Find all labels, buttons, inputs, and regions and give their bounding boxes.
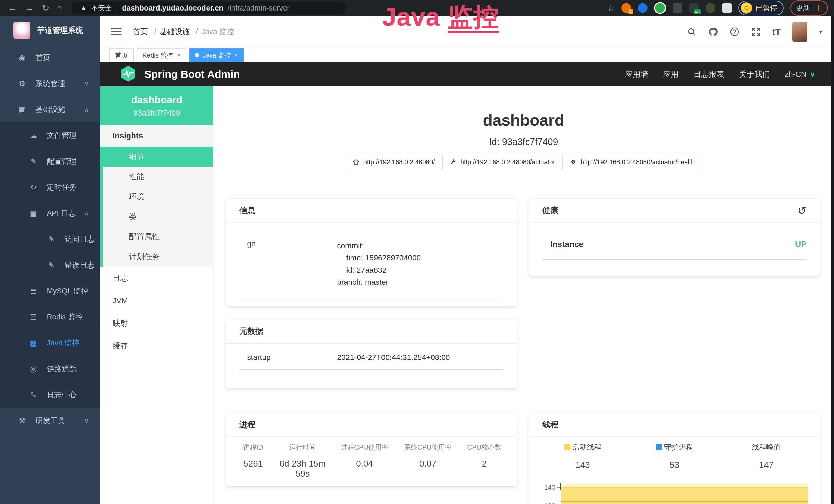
- profile-emoji-icon: ☺: [741, 2, 752, 14]
- tab-home[interactable]: 首页: [109, 48, 134, 62]
- browser-back-icon[interactable]: ←: [8, 0, 17, 16]
- sidebar-item-dev-tools[interactable]: ⚒ 研发工具 ∨: [0, 408, 100, 434]
- help-icon[interactable]: [730, 27, 740, 37]
- close-icon[interactable]: ×: [177, 52, 180, 59]
- sidebar-item-error-log[interactable]: ✎ 错误日志: [0, 252, 100, 278]
- instance-id: 93a3fc7f7409: [133, 109, 180, 117]
- insights-menu: 细节 性能 环境 类 配置属性 计划任务: [100, 146, 213, 267]
- extension-icon-pin[interactable]: [638, 3, 648, 13]
- instance-header[interactable]: dashboard 93a3fc7f7409: [100, 86, 213, 125]
- extension-icon-leaf[interactable]: [706, 3, 715, 13]
- browser-update-button[interactable]: 更新 ⋮: [790, 0, 828, 16]
- sidebar-item-mysql-monitor[interactable]: ≣ MySQL 监控: [0, 278, 100, 304]
- threads-card-title: 线程: [529, 413, 820, 437]
- avatar-caret-icon[interactable]: ▾: [819, 28, 822, 36]
- sba-menu-jvm[interactable]: JVM: [100, 289, 213, 312]
- sba-logo-icon: [120, 65, 137, 83]
- sba-menu-config-props[interactable]: 配置属性: [103, 227, 213, 247]
- sba-menu-environment[interactable]: 环境: [103, 187, 213, 207]
- health-card: 健康 ↺ Instance UP: [529, 199, 820, 276]
- browser-menu-kebab-icon[interactable]: ⋮: [815, 4, 822, 13]
- extension-icon-puzzle[interactable]: [722, 3, 732, 13]
- area-top-band: [561, 484, 808, 487]
- metadata-card-title: 元数据: [226, 319, 517, 344]
- sidebar-item-access-log[interactable]: ✎ 访问日志: [0, 226, 100, 252]
- breadcrumb-infrastructure[interactable]: 基础设施: [151, 27, 190, 37]
- error-log-icon: ✎: [46, 260, 57, 270]
- fullscreen-icon[interactable]: [751, 27, 761, 37]
- annotation-latin: Java: [382, 3, 440, 31]
- management-url-button[interactable]: http://192.168.0.2:48080/actuator: [442, 154, 563, 170]
- bookmark-star-icon[interactable]: ☆: [607, 3, 615, 13]
- extension-icon-grid[interactable]: [673, 3, 682, 13]
- sidebar-item-java-monitor[interactable]: ▩ Java 监控: [0, 330, 100, 356]
- startup-row: startup 2021-04-27T00:44:31.254+08:00: [239, 353, 503, 370]
- sidebar-item-redis-monitor[interactable]: ☰ Redis 监控: [0, 304, 100, 330]
- user-avatar[interactable]: [792, 22, 807, 42]
- sba-menu-caches[interactable]: 缓存: [100, 335, 213, 357]
- sidebar-item-config-management[interactable]: ✎ 配置管理: [0, 148, 100, 174]
- search-icon[interactable]: [687, 27, 696, 37]
- github-icon[interactable]: [708, 27, 718, 37]
- extension-icon-orange[interactable]: 1: [621, 3, 631, 13]
- sba-menu-scheduled[interactable]: 计划任务: [103, 247, 213, 267]
- sba-menu-details[interactable]: 细节: [100, 146, 213, 167]
- sba-nav-journal[interactable]: 日志报表: [693, 69, 724, 79]
- sidebar-item-system-management[interactable]: ⚙ 系统管理 ∨: [0, 71, 100, 96]
- url-path: /infra/admin-server: [227, 4, 290, 12]
- close-icon[interactable]: ×: [235, 52, 238, 59]
- browser-reload-icon[interactable]: ↻: [42, 0, 49, 16]
- browser-home-icon[interactable]: ⌂: [57, 0, 63, 16]
- extension-icon-green-y[interactable]: [654, 2, 666, 14]
- chart-plot-area: [561, 485, 808, 504]
- url-bar[interactable]: ▲ 不安全 | dashboard.yudao.iocoder.cn /infr…: [71, 2, 346, 15]
- sba-menu-logs[interactable]: 日志: [100, 267, 213, 289]
- log-center-icon: ✎: [28, 390, 39, 399]
- info-card: 信息 git commit: time: 1596289704000 id: 2…: [226, 199, 517, 306]
- browser-forward-icon[interactable]: →: [25, 0, 34, 16]
- sidebar-item-tracing[interactable]: ◎ 链路追踪: [0, 356, 100, 382]
- breadcrumb: 首页 基础设施 Java 监控: [133, 27, 234, 37]
- sidebar-item-log-center[interactable]: ✎ 日志中心: [0, 382, 100, 408]
- health-card-title: 健康: [543, 205, 558, 216]
- threads-card: 线程 活动线程 143 守护进程 53 线程峰值 147: [529, 413, 820, 504]
- profile-paused-badge[interactable]: ☺ 已暂停: [739, 1, 784, 16]
- tab-java-monitor[interactable]: Java 监控 ×: [189, 48, 244, 62]
- url-divider: |: [116, 4, 118, 12]
- git-label: git: [239, 239, 337, 288]
- ytick-140: 140: [537, 483, 555, 491]
- onenote-badge: on: [694, 9, 701, 15]
- sidebar-item-api-log[interactable]: ▤ API 日志 ∧: [0, 200, 100, 226]
- sba-menu-mappings[interactable]: 映射: [100, 312, 213, 335]
- sba-nav-applications[interactable]: 应用: [663, 69, 678, 79]
- sidebar-item-infrastructure[interactable]: ▣ 基础设施 ∧: [0, 96, 100, 122]
- daemon-threads-swatch: [656, 444, 662, 450]
- sba-nav-wallboard[interactable]: 应用墙: [625, 69, 648, 79]
- history-icon[interactable]: ↺: [797, 204, 807, 217]
- health-url-button[interactable]: http://192.168.0.2:48080/actuator/health: [562, 154, 702, 170]
- sidebar-item-home[interactable]: ◉ 首页: [0, 45, 100, 71]
- tab-redis-monitor[interactable]: Redis 监控 ×: [137, 48, 186, 62]
- sba-menu-metrics[interactable]: 性能: [103, 167, 213, 187]
- access-log-icon: ✎: [46, 235, 57, 244]
- annotation-cjk: 监控: [448, 3, 499, 33]
- extension-icon-list[interactable]: on: [689, 3, 699, 13]
- instance-label: Instance: [543, 239, 584, 249]
- threads-area-chart: 140 120 100: [537, 485, 812, 504]
- sidebar-item-file-management[interactable]: ☁ 文件管理: [0, 122, 100, 148]
- cpu-cores-value: 2: [460, 459, 509, 479]
- service-url-button[interactable]: http://192.168.0.2:48080/: [345, 154, 443, 170]
- ytick-120: 120: [537, 502, 555, 504]
- sba-nav-about[interactable]: 关于我们: [739, 69, 770, 79]
- app-logo: [13, 22, 30, 39]
- sba-main-content: dashboard Id: 93a3fc7f7409 http://192.16…: [213, 86, 834, 504]
- sba-locale-select[interactable]: zh-CN ∨: [785, 70, 815, 78]
- sidebar-item-scheduled-tasks[interactable]: ↻ 定时任务: [0, 174, 100, 200]
- home-icon: [353, 159, 359, 165]
- chevron-up-icon: ∧: [84, 106, 89, 113]
- hamburger-icon[interactable]: [111, 26, 122, 38]
- breadcrumb-home[interactable]: 首页: [133, 27, 148, 37]
- sba-menu-classes[interactable]: 类: [103, 207, 213, 227]
- sba-brand-title[interactable]: Spring Boot Admin: [144, 68, 240, 81]
- font-size-icon[interactable]: tT: [772, 27, 781, 37]
